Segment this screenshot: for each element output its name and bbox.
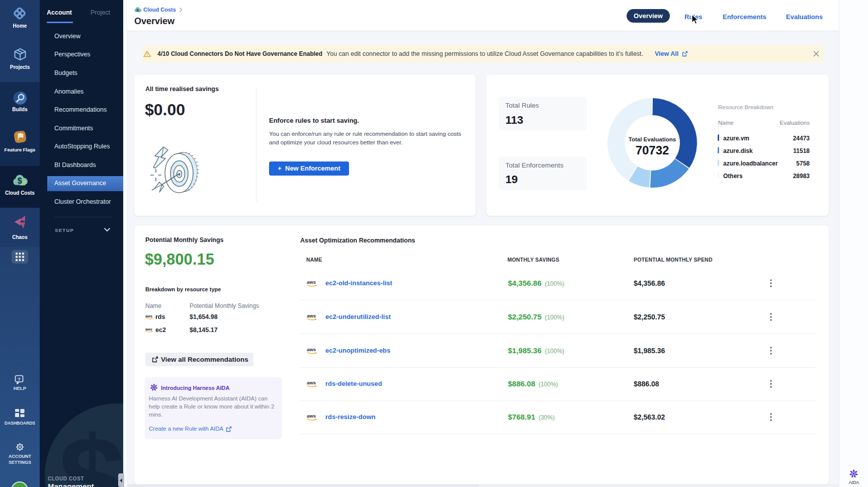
- svg-text:aws: aws: [307, 380, 316, 385]
- svg-text:aws: aws: [307, 347, 316, 352]
- svg-text:$: $: [136, 8, 139, 13]
- svg-text:$: $: [18, 177, 22, 185]
- svg-text:aws: aws: [307, 279, 316, 285]
- svg-text:?: ?: [18, 376, 21, 382]
- svg-text:aws: aws: [307, 313, 316, 318]
- svg-text:aws: aws: [307, 413, 316, 419]
- svg-text:aws: aws: [145, 327, 152, 332]
- svg-text:aws: aws: [145, 314, 152, 318]
